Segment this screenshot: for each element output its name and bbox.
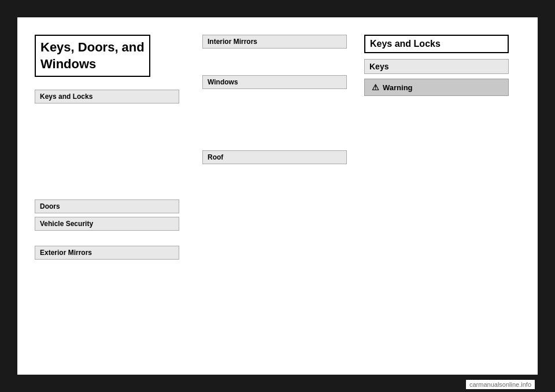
main-title: Keys, Doors, andWindows — [35, 35, 150, 77]
warning-label: Warning — [383, 83, 413, 92]
link-windows[interactable]: Windows — [202, 75, 347, 89]
link-roof[interactable]: Roof — [202, 150, 347, 164]
right-section-title: Keys and Locks — [364, 35, 509, 53]
link-vehicle-security[interactable]: Vehicle Security — [35, 217, 179, 231]
footer-watermark: carmanualsonline.info — [466, 380, 535, 389]
left-column: Keys, Doors, andWindows Keys and Locks D… — [35, 35, 197, 363]
link-doors[interactable]: Doors — [35, 199, 179, 213]
link-interior-mirrors[interactable]: Interior Mirrors — [202, 35, 347, 49]
right-column: Keys and Locks Keys ⚠ Warning — [358, 35, 520, 363]
link-exterior-mirrors[interactable]: Exterior Mirrors — [35, 246, 179, 260]
right-subsection-title: Keys — [364, 59, 509, 74]
middle-column: Interior Mirrors Windows Roof — [197, 35, 358, 363]
page-container: Keys, Doors, andWindows Keys and Locks D… — [17, 17, 538, 375]
warning-box: ⚠ Warning — [364, 79, 509, 96]
link-keys-and-locks[interactable]: Keys and Locks — [35, 90, 179, 103]
warning-icon: ⚠ — [372, 83, 379, 92]
